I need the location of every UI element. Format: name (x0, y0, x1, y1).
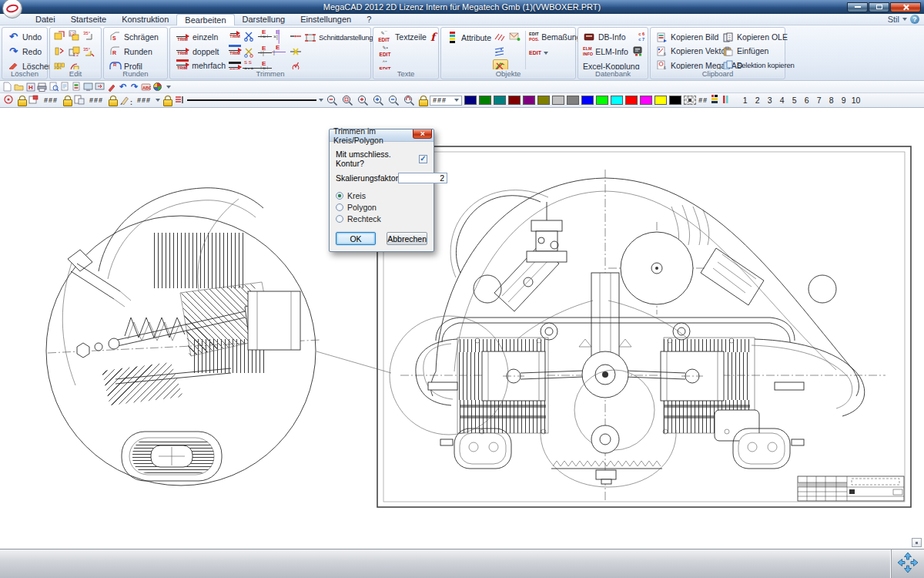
line-style-preview[interactable] (187, 96, 316, 106)
tab-einstellungen[interactable]: Einstellungen (293, 14, 359, 25)
color-mode-select[interactable]: ### (430, 96, 462, 106)
toolbar-overflow-icon[interactable] (166, 86, 171, 89)
color-swatch-lime[interactable] (596, 96, 608, 105)
text-edit-icon[interactable]: ✎¯EDIT (377, 31, 391, 43)
db-info-button[interactable]: DB-Info (581, 31, 628, 43)
bemassung-dropdown[interactable]: EDITPOS. Bemaßung (527, 30, 572, 43)
attribute-button[interactable]: Attribute (444, 30, 493, 45)
edit-copy-icon[interactable]: 1:2 (68, 29, 81, 42)
maximize-button[interactable] (869, 2, 889, 12)
edit-dropdown[interactable]: EDIT (527, 46, 572, 59)
export-image-icon[interactable] (72, 82, 82, 92)
tab-bearbeiten[interactable]: Bearbeiten (176, 14, 234, 25)
color-swatch-red[interactable] (625, 96, 638, 105)
zoom-extents-icon[interactable] (372, 95, 385, 106)
pen-style-icon[interactable]: : (119, 95, 132, 106)
color-swatch-yellow[interactable] (654, 96, 667, 105)
pen-lock-icon[interactable] (108, 96, 117, 106)
view-3-button[interactable]: 3 (765, 96, 775, 105)
sketch-object-icon[interactable] (493, 30, 506, 42)
print-icon[interactable] (37, 82, 47, 92)
object-mail-icon[interactable] (508, 30, 521, 42)
kopieren-bild-button[interactable]: Kopieren Bild (654, 30, 720, 44)
color-swatch-blue[interactable] (581, 96, 594, 105)
chevron-down-icon[interactable] (319, 99, 323, 102)
view-10-button[interactable]: 10 (851, 96, 861, 105)
color-swatch-purple[interactable] (523, 96, 535, 105)
help-icon[interactable]: ? (910, 15, 919, 24)
send-screen-icon[interactable] (95, 82, 105, 92)
edge-gap-icon[interactable]: E| (272, 45, 286, 56)
tab-konstruktion[interactable]: Konstruktion (114, 14, 176, 25)
color-manager-icon[interactable] (152, 82, 162, 92)
custom-color-swatch[interactable] (684, 96, 696, 105)
text-block-edit-icon[interactable]: ✎▪EDIT (377, 45, 393, 58)
layer-lock-icon[interactable] (17, 96, 26, 106)
new-file-icon[interactable] (2, 82, 12, 92)
trim-corner-icon[interactable]: TRIM (227, 47, 243, 55)
color-swatch-navy[interactable] (464, 96, 477, 105)
copy-screen-icon[interactable] (83, 82, 93, 92)
trim-einzeln-button[interactable]: TRIM einzeln (173, 30, 227, 44)
ok-button[interactable]: OK (336, 232, 376, 245)
layer-icon[interactable] (28, 95, 39, 106)
view-1-button[interactable]: 1 (740, 96, 750, 105)
kontur-checkbox[interactable]: ✓ (419, 155, 427, 163)
zoom-window-icon[interactable] (341, 95, 354, 106)
redline-icon[interactable] (106, 82, 116, 92)
color-swatch-teal[interactable] (494, 96, 506, 105)
tab-help[interactable]: ? (359, 14, 379, 25)
chevron-down-icon[interactable] (902, 18, 907, 21)
view-8-button[interactable]: 8 (826, 96, 836, 105)
runden-button[interactable]: R Runden (107, 44, 164, 59)
terminal-icon[interactable] (632, 45, 645, 58)
line-width-icon[interactable] (174, 95, 185, 106)
dialog-close-button[interactable] (413, 129, 432, 139)
edge-extend-icon[interactable]: E+| (258, 46, 272, 57)
group-icon[interactable] (74, 95, 85, 106)
elm-info-button[interactable]: ELMINFO ELM-Info (581, 46, 630, 55)
hatch-style-icon[interactable] (710, 94, 719, 106)
dialog-title-bar[interactable]: Trimmen im Kreis/Polygon (330, 129, 434, 142)
edit-rotate-icon[interactable]: 35° (82, 29, 95, 42)
delete-segment-icon[interactable] (289, 45, 302, 58)
skalierungsfaktor-input[interactable] (398, 173, 447, 183)
color-swatch-black[interactable] (669, 96, 681, 105)
layer-select[interactable]: ### (42, 96, 60, 106)
redo-button[interactable]: ↷ Redo (5, 44, 44, 59)
view-7-button[interactable]: 7 (814, 96, 824, 105)
view-6-button[interactable]: 6 (802, 96, 812, 105)
color-swatch-gray[interactable] (567, 96, 579, 105)
edge-to-line-icon[interactable]: E×| (272, 30, 286, 41)
join-lines-icon[interactable] (289, 30, 302, 42)
db-count-icon[interactable]: c 6c 7 (638, 32, 644, 41)
zoom-previous-icon[interactable] (387, 95, 400, 106)
radio-kreis[interactable]: Kreis (336, 190, 427, 201)
chevron-down-icon[interactable] (156, 99, 160, 102)
open-file-icon[interactable] (14, 82, 24, 92)
tab-darstellung[interactable]: Darstellung (235, 14, 293, 25)
pen-select[interactable]: ### (135, 96, 153, 106)
group-select[interactable]: ### (87, 96, 105, 106)
view-4-button[interactable]: 4 (777, 96, 787, 105)
radio-rechteck[interactable]: Rechteck (336, 213, 427, 224)
schnittdarstellung-button[interactable]: Schnittdarstellung (302, 30, 374, 45)
view-5-button[interactable]: 5 (789, 96, 799, 105)
color-swatch-cyan[interactable] (611, 96, 623, 105)
edit-stretch-icon[interactable] (53, 45, 66, 58)
radio-polygon[interactable]: Polygon (336, 201, 427, 213)
tab-startseite[interactable]: Startseite (63, 14, 114, 25)
drawing-canvas[interactable]: Trimmen im Kreis/Polygon Mit umschliess.… (0, 108, 924, 549)
trim-between-icon[interactable]: TRIM (227, 30, 243, 39)
kopieren-ole-button[interactable]: Kopieren OLE (720, 30, 786, 44)
zoom-in-icon[interactable] (357, 95, 370, 106)
textzeile-button[interactable]: Textzeile (393, 32, 428, 42)
cancel-button[interactable]: Abbrechen (387, 232, 427, 245)
edit-scale-icon[interactable]: 1:2 (68, 45, 81, 58)
schraegen-button[interactable]: S Schrägen (107, 29, 164, 44)
snap-point-icon[interactable] (3, 94, 15, 107)
fill-style-icon[interactable] (721, 94, 731, 106)
edit-move-icon[interactable] (53, 29, 66, 42)
edge-trim-icon[interactable]: E+×+ (258, 30, 272, 41)
view-2-button[interactable]: 2 (752, 96, 762, 105)
